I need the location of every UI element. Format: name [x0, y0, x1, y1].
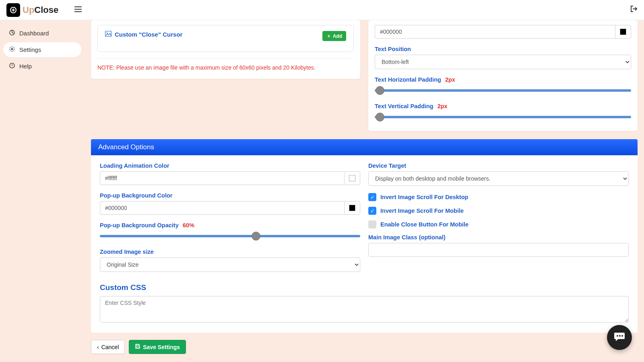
popup-bg-swatch[interactable] — [344, 201, 360, 215]
enable-close-mobile-row[interactable]: ✓ Enable Close Button For Mobile — [368, 220, 629, 228]
sidebar-item-help[interactable]: ? Help — [3, 59, 81, 74]
sidebar-item-label: Dashboard — [19, 30, 49, 37]
loading-color-label: Loading Animation Color — [100, 162, 360, 169]
text-position-select[interactable]: Bottom-left — [375, 55, 631, 69]
svg-rect-14 — [136, 344, 138, 346]
h-pad-label: Text Horizontal Padding 2px — [375, 76, 631, 83]
logout-icon[interactable] — [630, 5, 638, 14]
svg-point-18 — [621, 335, 623, 337]
svg-point-13 — [107, 33, 108, 34]
logo-text-close: Close — [34, 5, 58, 15]
dashboard-icon — [9, 30, 15, 37]
advanced-header: Advanced Options — [91, 139, 638, 155]
hamburger-icon[interactable] — [74, 6, 82, 14]
topbar: UpClose — [0, 0, 644, 20]
popup-opacity-slider[interactable] — [100, 231, 360, 241]
plus-icon: ＋ — [326, 33, 331, 39]
custom-css-textarea[interactable] — [100, 296, 629, 323]
svg-rect-15 — [136, 347, 139, 348]
v-pad-label: Text Vertical Padding 2px — [375, 103, 631, 109]
sidebar-item-label: Settings — [19, 46, 41, 53]
loading-color-swatch[interactable] — [344, 171, 360, 185]
svg-line-8 — [12, 33, 14, 33]
chat-fab[interactable] — [607, 325, 632, 350]
sidebar-item-dashboard[interactable]: Dashboard — [3, 26, 81, 41]
popup-bg-input[interactable] — [100, 201, 344, 215]
svg-point-9 — [11, 48, 13, 50]
advanced-body: Loading Animation Color Pop-up Backgroun… — [91, 155, 638, 333]
h-pad-slider[interactable] — [375, 85, 631, 96]
checkbox-icon[interactable]: ✓ — [368, 193, 376, 201]
text-settings-card: Text Position Bottom-left Text Horizonta… — [368, 20, 638, 131]
svg-text:?: ? — [11, 64, 13, 68]
cancel-button[interactable]: ‹ Cancel — [91, 340, 125, 354]
text-color-swatch[interactable] — [615, 25, 631, 39]
svg-point-17 — [619, 335, 621, 337]
sidebar: Dashboard Settings ? Help — [0, 20, 85, 362]
add-cursor-button[interactable]: ＋ Add — [322, 31, 346, 41]
zoom-size-select[interactable]: Original Size — [100, 257, 360, 272]
cursor-title: Custom "Close" Cursor — [105, 31, 182, 38]
popup-opacity-label: Pop-up Background Opacity 60% — [100, 222, 360, 228]
invert-desktop-row[interactable]: ✓ Invert Image Scroll For Desktop — [368, 193, 629, 201]
sidebar-item-settings[interactable]: Settings — [3, 42, 81, 57]
chevron-left-icon: ‹ — [97, 344, 99, 350]
save-label: Save Settings — [143, 344, 180, 350]
checkbox-icon[interactable]: ✓ — [368, 220, 376, 228]
add-button-label: Add — [333, 33, 342, 39]
cursor-card: Custom "Close" Cursor ＋ Add NOTE: Please… — [91, 20, 360, 79]
help-icon: ? — [9, 63, 15, 70]
cancel-label: Cancel — [101, 344, 119, 350]
cursor-upload-row: Custom "Close" Cursor ＋ Add — [97, 25, 354, 52]
main-content: Custom "Close" Cursor ＋ Add NOTE: Please… — [85, 20, 644, 362]
cursor-note: NOTE: Please use an image file with a ma… — [97, 64, 354, 71]
footer-buttons: ‹ Cancel Save Settings — [91, 340, 638, 354]
chat-icon — [613, 330, 625, 345]
text-position-label: Text Position — [375, 46, 631, 52]
save-button[interactable]: Save Settings — [129, 340, 186, 354]
save-icon — [135, 343, 140, 350]
loading-color-input[interactable] — [100, 171, 344, 185]
device-target-select[interactable]: Display on both desktop and mobile brows… — [368, 171, 629, 186]
logo-text-up: Up — [23, 5, 34, 15]
invert-mobile-row[interactable]: ✓ Invert Image Scroll For Mobile — [368, 207, 629, 215]
sidebar-item-label: Help — [19, 63, 32, 70]
enable-close-mobile-label: Enable Close Button For Mobile — [380, 221, 469, 228]
v-pad-slider[interactable] — [375, 112, 631, 122]
logo-mark-icon — [6, 3, 20, 17]
custom-css-title: Custom CSS — [100, 283, 629, 292]
divider — [97, 58, 354, 59]
zoom-size-label: Zoomed Image size — [100, 249, 360, 255]
invert-desktop-label: Invert Image Scroll For Desktop — [380, 194, 468, 200]
popup-bg-label: Pop-up Background Color — [100, 192, 360, 199]
main-image-class-label: Main Image Class (optional) — [368, 234, 629, 241]
svg-point-16 — [617, 335, 618, 337]
cursor-title-text: Custom "Close" Cursor — [115, 31, 182, 38]
gear-icon — [9, 46, 15, 53]
invert-mobile-label: Invert Image Scroll For Mobile — [380, 208, 464, 214]
checkbox-icon[interactable]: ✓ — [368, 207, 376, 215]
main-image-class-input[interactable] — [368, 243, 629, 257]
image-icon — [105, 31, 111, 38]
logo: UpClose — [6, 3, 58, 17]
text-color-input[interactable] — [375, 25, 615, 39]
device-target-label: Device Target — [368, 162, 629, 169]
